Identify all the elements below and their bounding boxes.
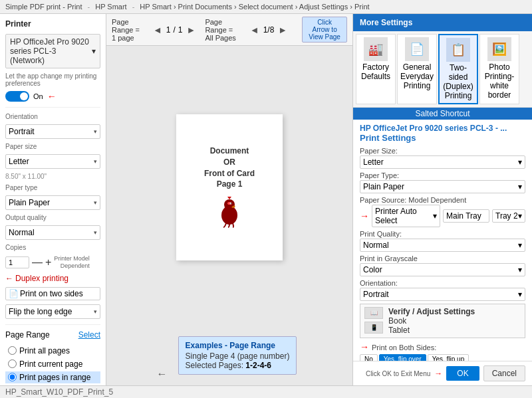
chevron-down-icon: ▾ xyxy=(94,229,97,236)
output-quality-select[interactable]: Normal ▾ xyxy=(5,225,100,240)
settings-content: HP OfficeJet Pro 9020 series PCL-3 - ...… xyxy=(353,120,532,361)
shortcut-label: Photo Printing- white border xyxy=(483,62,516,100)
nav-next-button[interactable]: ► xyxy=(186,25,198,35)
left-arrow-icon: ← xyxy=(157,368,168,380)
let-app-label: Let the app change my printing preferenc… xyxy=(5,72,100,87)
orientation-value: Portrait xyxy=(363,290,389,299)
right-panel: More Settings 🏭 Factory Defaults 📄 Gener… xyxy=(352,14,532,385)
select-link[interactable]: Select xyxy=(78,330,100,340)
duplex-label: ← Duplex printing xyxy=(5,274,100,283)
photo-printing-icon: 🖼️ xyxy=(487,37,511,61)
paper-line4: Page 1 xyxy=(204,179,255,190)
bottom-area: ← Examples - Page Range Single Page 4 (p… xyxy=(106,328,352,385)
shortcut-label: General Everyday Printing xyxy=(400,62,434,90)
orientation-dropdown[interactable]: Portrait ▾ xyxy=(360,288,525,301)
paper-type-dropdown[interactable]: Plain Paper ▾ xyxy=(360,180,525,193)
paper-source-auto-select[interactable]: Printer Auto Select ▾ xyxy=(372,205,440,227)
left-panel: Printer HP OfficeJet Pro 9020 series PCL… xyxy=(0,14,106,385)
paper-type-select[interactable]: Plain Paper ▾ xyxy=(5,195,100,210)
print-quality-value: Normal xyxy=(363,241,389,250)
example2-value: 1-2-4-6 xyxy=(245,361,271,370)
paper-line2: OR xyxy=(204,157,255,168)
paper-size-label: Paper size xyxy=(5,143,100,150)
orientation-select[interactable]: Portrait ▾ xyxy=(5,124,100,139)
paper-type-label: Paper type xyxy=(5,184,100,191)
print-both-sides-label: Print on Both Sides: xyxy=(372,344,436,351)
verify-icons: 📖 📱 xyxy=(364,307,383,334)
radio-print-all[interactable]: Print all pages xyxy=(5,345,100,357)
radio-print-range[interactable]: Print pages in range xyxy=(5,371,100,383)
all-pages-info: Page Range = All Pages xyxy=(205,18,240,42)
svg-marker-2 xyxy=(227,197,231,199)
title-bar: Simple PDF print - Print - HP Smart - HP… xyxy=(0,0,532,14)
duplex-printing-icon: 📋 xyxy=(446,38,470,62)
nav-current: 1 xyxy=(166,25,171,35)
factory-defaults-icon: 🏭 xyxy=(364,37,388,61)
chevron-down-icon: ▾ xyxy=(92,47,96,56)
right-cancel-button[interactable]: Cancel xyxy=(483,365,525,381)
print-both-row: No Yes, flip over Yes, flip up xyxy=(360,354,525,361)
paper-source-main-tray[interactable]: Main Tray xyxy=(443,209,489,223)
output-quality-label: Output quality xyxy=(5,214,100,221)
tablet-icon: 📱 xyxy=(364,322,383,334)
breadcrumb: HP Smart › Print Documents › Select docu… xyxy=(140,3,369,11)
paper-size-dropdown[interactable]: Letter ▾ xyxy=(360,155,525,169)
printer-model-dependent-label: Printer ModelDependent xyxy=(54,255,90,270)
duplex-edge-select[interactable]: Flip the long edge ▾ xyxy=(5,304,100,319)
chevron-down-icon: ▾ xyxy=(518,290,522,299)
duplex-icon: 📄 xyxy=(9,289,19,298)
duplex-select[interactable]: 📄 Print on two sides xyxy=(5,287,100,300)
duplex-value: Print on two sides xyxy=(20,289,83,298)
grayscale-dropdown[interactable]: Color ▾ xyxy=(360,263,525,276)
page-range-info: Page Range = 1 page xyxy=(112,18,144,42)
both-sides-arrow-icon: → xyxy=(360,342,369,352)
radio-print-current[interactable]: Print current page xyxy=(5,358,100,370)
all-nav-display: 1/8 xyxy=(263,25,275,35)
all-prev-button[interactable]: ◄ xyxy=(249,25,261,35)
print-quality-label: Print Quality: xyxy=(360,230,525,238)
ok-arrow-icon: → xyxy=(434,369,442,378)
paper-line3: Front of Card xyxy=(204,168,255,179)
chevron-down-icon: ▾ xyxy=(518,182,522,191)
nav-prev-button[interactable]: ◄ xyxy=(152,25,164,35)
chevron-down-icon: ▾ xyxy=(518,211,522,221)
copies-decrease-button[interactable]: — xyxy=(32,256,43,268)
auto-printing-toggle[interactable] xyxy=(5,91,29,102)
page-range-header: Page Range Select xyxy=(5,330,100,340)
grayscale-value: Color xyxy=(363,265,382,274)
print-both-yes-up-option[interactable]: Yes, flip up xyxy=(428,354,469,361)
center-panel: Page Range = 1 page ◄ 1 / 1 ► Page Range… xyxy=(106,14,352,385)
right-bottom-bar: Click OK to Exit Menu → OK Cancel xyxy=(353,361,532,385)
statusbar: HP_Smart_W10_PDF_Print_5 xyxy=(0,385,532,398)
view-page-button[interactable]: Click Arrow to View Page xyxy=(302,17,347,43)
copies-input[interactable] xyxy=(5,256,29,268)
copies-increase-button[interactable]: + xyxy=(45,256,51,268)
paper-source-label: Paper Source: Model Dependent xyxy=(360,196,525,204)
selected-shortcut-label: Salted Shortcut xyxy=(415,109,469,118)
print-quality-dropdown[interactable]: Normal ▾ xyxy=(360,239,525,252)
paper-size-select[interactable]: Letter ▾ xyxy=(5,154,100,169)
nav-total: 1 xyxy=(178,25,183,35)
paper-size-value: Letter xyxy=(9,157,29,166)
examples-title: Examples - Page Range xyxy=(186,341,290,350)
output-quality-value: Normal xyxy=(9,228,35,237)
shortcut-label: Factory Defaults xyxy=(359,62,392,81)
orientation-value: Portrait xyxy=(9,127,35,136)
shortcut-photo-printing[interactable]: 🖼️ Photo Printing- white border xyxy=(479,34,519,104)
shortcut-everyday-printing[interactable]: 📄 General Everyday Printing xyxy=(397,34,437,104)
shortcut-duplex-printing[interactable]: 📋 Two-sided (Duplex) Printing xyxy=(438,34,478,104)
shortcuts-row: 🏭 Factory Defaults 📄 General Everyday Pr… xyxy=(353,31,532,108)
paper-size-value: Letter xyxy=(363,157,384,167)
examples-box: Examples - Page Range Single Page 4 (pag… xyxy=(178,336,297,375)
ok-button[interactable]: OK xyxy=(446,366,479,381)
copies-label: Copies xyxy=(5,244,100,251)
print-both-yes-flip-option[interactable]: Yes, flip over xyxy=(379,354,426,361)
printer-section-title: Printer xyxy=(5,19,100,29)
printer-selector[interactable]: HP OfficeJet Pro 9020 series PCL-3 (Netw… xyxy=(5,34,100,68)
shortcut-factory-defaults[interactable]: 🏭 Factory Defaults xyxy=(356,34,396,104)
print-both-no-option[interactable]: No xyxy=(360,354,378,361)
example2: Selected Pages: 1-2-4-6 xyxy=(186,361,290,370)
everyday-printing-icon: 📄 xyxy=(405,37,429,61)
all-next-button[interactable]: ► xyxy=(277,25,289,35)
paper-source-tray2[interactable]: Tray 2 ▾ xyxy=(492,209,525,223)
